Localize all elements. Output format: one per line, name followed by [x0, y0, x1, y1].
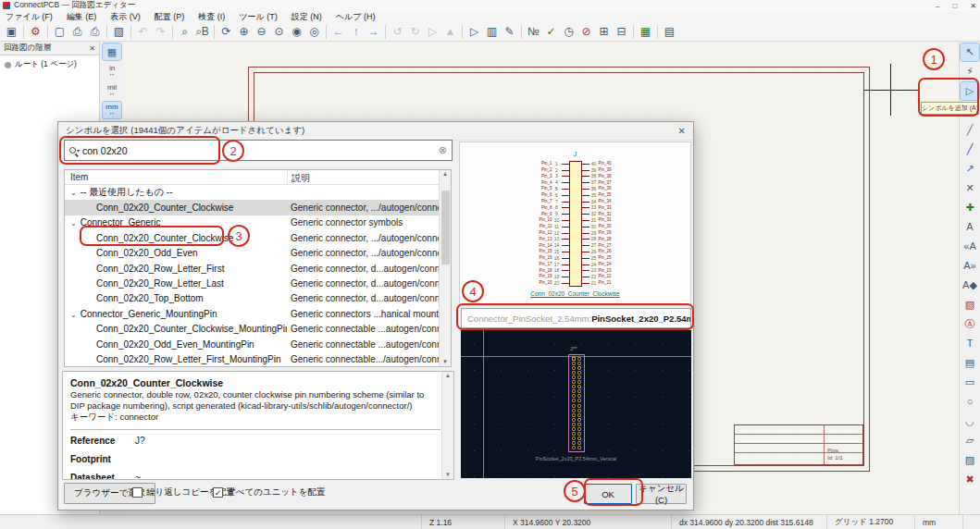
redo-button[interactable]: ↷ — [152, 23, 169, 40]
symbol-group-row[interactable]: ⌄-- 最近使用したもの -- — [65, 185, 451, 200]
print-button[interactable]: ⎙ — [68, 23, 86, 40]
symbol-list-row[interactable]: Conn_02x20_Counter_Clockwise_MountingPin… — [65, 322, 451, 337]
hierarchical-label-button[interactable]: A» — [961, 257, 979, 275]
symbol-list-scrollbar[interactable]: ▴ ▾ — [439, 170, 451, 366]
menu-item-0[interactable]: ファイル (F) — [6, 11, 53, 23]
close-button[interactable]: ✕ — [970, 2, 976, 10]
delete-tool-button[interactable]: ✖ — [961, 471, 979, 488]
undo-button[interactable]: ↶ — [134, 23, 152, 40]
symbol-list-row[interactable]: Conn_02x20_Top_BottomGeneric connector, … — [65, 291, 451, 306]
symbol-list-row[interactable]: Conn_02x20_Counter_ClockwiseGeneric conn… — [65, 200, 451, 215]
checkbox-checked-icon[interactable]: ✓ — [213, 487, 223, 498]
global-label-button[interactable]: «A — [961, 238, 979, 255]
annotate-button[interactable]: № — [525, 23, 542, 40]
checkbox-unchecked-icon[interactable] — [132, 487, 143, 498]
import-sheet-pin-button[interactable]: Ⓐ — [961, 315, 979, 333]
chevron-down-icon[interactable]: ⌄ — [70, 219, 77, 228]
scroll-up-icon[interactable]: ▴ — [440, 170, 451, 178]
wire-to-bus-entry-button[interactable]: ↗ — [961, 160, 979, 178]
scroll-down-icon[interactable]: ▾ — [440, 358, 451, 365]
grid-settings-button[interactable]: ▦ — [103, 43, 121, 60]
symbol-list-row[interactable]: Conn_02x20_Row_Letter_FirstGeneric conne… — [65, 261, 451, 276]
menu-item-7[interactable]: ヘルプ (H) — [336, 11, 376, 23]
net-label-button[interactable]: A — [961, 218, 979, 236]
rotate-ccw-button[interactable]: ↺ — [389, 23, 406, 40]
selection-tool-button[interactable]: ↖ — [961, 43, 979, 61]
mirror-horizontal-button[interactable]: ▷ — [424, 23, 441, 40]
search-clear-icon[interactable]: ⊗ — [439, 144, 447, 156]
units-inches-button[interactable]: in↔ — [103, 63, 121, 80]
add-image-button[interactable]: ▨ — [961, 451, 979, 469]
mirror-vertical-button[interactable]: ▲ — [441, 23, 459, 40]
details-scrollbar[interactable]: ▴ ▾ — [441, 372, 453, 479]
edit-symbol-fields-button[interactable]: ✎ — [501, 23, 518, 40]
menu-item-2[interactable]: 表示 (V) — [110, 11, 141, 23]
column-description[interactable]: 説明 — [287, 170, 451, 184]
symbol-list-row[interactable]: Conn_02x20_Odd_EvenGeneric connector, ..… — [65, 246, 451, 261]
zoom-out-button[interactable]: ⊖ — [253, 23, 270, 40]
symbol-list-row[interactable]: Conn_02x20_Odd_Even_MountingPinGeneric c… — [65, 337, 451, 351]
open-pcb-editor-button[interactable]: ▦ — [637, 23, 654, 40]
no-connect-flag-button[interactable]: ✕ — [961, 179, 979, 197]
zoom-to-selection-button[interactable]: ◎ — [305, 23, 323, 40]
symbol-list-header[interactable]: Item 説明 — [65, 170, 451, 185]
dialog-close-icon[interactable]: ✕ — [678, 126, 686, 136]
menu-item-1[interactable]: 編集 (E) — [67, 11, 97, 23]
symbol-list-row[interactable]: Conn_02x20_Row_Letter_First_MountingPinG… — [65, 351, 451, 366]
chevron-down-icon[interactable]: ⌄ — [70, 311, 77, 319]
rotate-cw-button[interactable]: ↻ — [406, 23, 424, 40]
add-bus-button[interactable]: ╱ — [961, 141, 979, 158]
scrollbar-thumb[interactable] — [441, 191, 450, 264]
assign-footprints-button[interactable]: ▤ — [661, 23, 678, 40]
refresh-button[interactable]: ⟳ — [217, 23, 235, 40]
minimize-button[interactable]: – — [936, 2, 939, 10]
scroll-up-icon[interactable]: ▴ — [442, 372, 453, 379]
netclass-directive-button[interactable]: A◆ — [961, 277, 979, 294]
zoom-in-button[interactable]: ⊕ — [235, 23, 253, 40]
column-item[interactable]: Item — [65, 170, 287, 184]
symbol-list-row[interactable]: Conn_02x20_Row_Letter_LastGeneric connec… — [65, 276, 451, 290]
navigate-forward-button[interactable]: → — [365, 23, 382, 40]
add-circle-button[interactable]: ○ — [961, 393, 979, 411]
chevron-down-icon[interactable]: ⌄ — [70, 189, 77, 197]
erc-check-button[interactable]: ✓ — [542, 23, 560, 40]
panel-close-icon[interactable]: ✕ — [89, 44, 95, 53]
cancel-button[interactable]: キャンセル (C) — [636, 484, 687, 504]
save-button[interactable]: ▣ — [3, 23, 20, 40]
symbol-fields-table-button[interactable]: ⊞ — [595, 23, 613, 40]
symbol-library-browser-button[interactable]: ▥ — [483, 23, 501, 40]
zoom-fit-button[interactable]: ⊙ — [270, 23, 288, 40]
paste-button[interactable]: ▧ — [110, 23, 128, 40]
add-polygon-button[interactable]: ▱ — [961, 432, 979, 449]
edit-symbol-button[interactable]: ▷ — [465, 23, 483, 40]
checkbox-1[interactable]: ✓すべてのユニットを配置 — [213, 486, 326, 498]
hierarchy-root-item[interactable]: ルート (1 ページ) — [0, 55, 99, 74]
add-arc-button[interactable]: ◡ — [961, 412, 979, 430]
menu-item-3[interactable]: 配置 (P) — [155, 11, 185, 23]
add-textbox-button[interactable]: ▤ — [961, 354, 979, 372]
scroll-down-icon[interactable]: ▾ — [442, 471, 453, 478]
menu-item-5[interactable]: ツール (T) — [239, 11, 277, 23]
add-text-button[interactable]: T — [961, 335, 979, 352]
zoom-to-objects-button[interactable]: ◉ — [288, 23, 305, 40]
units-millimeters-button[interactable]: mm↔ — [103, 102, 121, 118]
menu-item-6[interactable]: 設定 (N) — [292, 11, 322, 23]
schematic-setup-button[interactable]: ⚙ — [27, 23, 44, 40]
find-replace-button[interactable]: ⌕B — [193, 23, 211, 40]
menu-item-4[interactable]: 検査 (I) — [198, 11, 225, 23]
maximize-button[interactable]: □ — [952, 2, 957, 10]
simulator-button[interactable]: ◷ — [560, 23, 577, 40]
navigate-back-button[interactable]: ← — [329, 23, 347, 40]
add-rectangle-button[interactable]: ▭ — [961, 374, 979, 391]
units-mils-button[interactable]: mil↔ — [103, 82, 121, 99]
export-bom-button[interactable]: ⊟ — [613, 23, 630, 40]
junction-button[interactable]: ✚ — [961, 199, 979, 216]
find-button[interactable]: ⌕ — [176, 23, 193, 40]
navigate-up-button[interactable]: ↑ — [347, 23, 365, 40]
symbol-group-row[interactable]: ⌄Connector_Generic_MountingPinGeneric co… — [65, 306, 451, 321]
new-sheet-button[interactable]: ▢ — [51, 23, 68, 40]
add-wire-button[interactable]: ╱ — [961, 121, 979, 139]
erc-exclusions-button[interactable]: ⊘ — [577, 23, 595, 40]
plot-button[interactable]: ⎙ — [86, 23, 104, 40]
add-sheet-button[interactable]: ▧ — [961, 296, 979, 314]
